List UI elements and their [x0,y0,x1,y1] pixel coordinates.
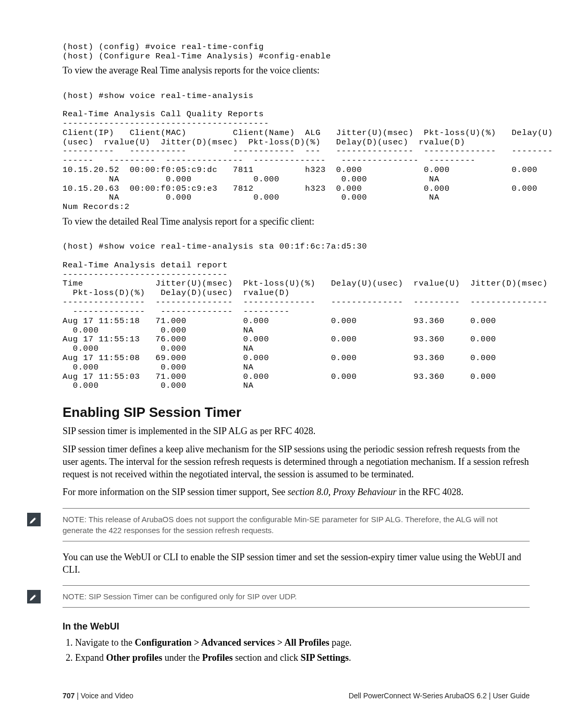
cli-line: 0.000 0.000 NA [63,381,253,390]
cli-line: -------------- -------------- --------- [63,307,290,316]
cli-line: Pkt-loss(D)(%) Delay(D)(usec) rvalue(D) [63,288,290,298]
cli-line: (host) #show voice real-time-analysis st… [63,242,367,251]
steps-list: Navigate to the Configuration > Advanced… [63,635,530,665]
page: (host) (config) #voice real-time-config … [0,0,563,728]
cli-line: Num Records:2 [63,202,130,212]
list-item: Navigate to the Configuration > Advanced… [75,635,530,650]
cli-line: Aug 17 11:55:08 69.000 0.000 0.000 93.36… [63,353,496,363]
cli-line: ---------------------------------------- [63,119,269,128]
page-footer: 707 | Voice and Video Dell PowerConnect … [63,692,530,700]
body-text: For more information on the SIP session … [63,486,530,498]
cli-block-3: (host) #show voice real-time-analysis st… [63,233,530,391]
guide-label: User Guide [493,692,530,700]
text-run: in the RFC 4028. [397,487,464,497]
body-text: To view the average Real Time analysis r… [63,64,530,77]
cli-line: (host) (config) #voice real-time-config [63,42,264,52]
note-text: NOTE: This release of ArubaOS does not s… [63,515,498,535]
bold-text: Configuration > Advanced services > All … [134,637,329,648]
text-run: page. [329,637,352,648]
bold-text: Profiles [202,652,233,663]
cli-line: Aug 17 11:55:18 71.000 0.000 0.000 93.36… [63,316,496,326]
cli-line: ------ --------- --------------- -------… [63,156,475,165]
note-pencil-icon [27,513,41,526]
cli-line: -------------------------------- [63,270,228,279]
cli-line: 0.000 0.000 NA [63,363,253,372]
note-text: NOTE: SIP Session Timer can be configure… [63,592,297,601]
cli-line: ---------------- --------------- -------… [63,298,548,307]
page-number: 707 [63,692,75,700]
cli-line: 0.000 0.000 NA [63,326,253,335]
text-run: . [349,652,351,663]
cli-line: 0.000 0.000 NA [63,344,253,353]
text-run: section and click [232,652,300,663]
bold-text: SIP Settings [300,652,349,663]
body-text: You can use the WebUI or CLI to enable t… [63,551,530,576]
bold-text: Other profiles [106,652,162,663]
list-item: Expand Other profiles under the Profiles… [75,650,530,665]
footer-left: 707 | Voice and Video [63,692,133,700]
cli-line: ---------- ----------- ------------ --- … [63,146,553,156]
cli-line: Aug 17 11:55:13 76.000 0.000 0.000 93.36… [63,335,496,344]
cli-line: Aug 17 11:55:03 71.000 0.000 0.000 93.36… [63,372,496,381]
cli-block-1: (host) (config) #voice real-time-config … [63,33,530,61]
cli-line: 10.15.20.63 00:00:f0:05:c9:e3 7812 h323 … [63,184,537,193]
cli-line: (usec) rvalue(U) Jitter(D)(msec) Pkt-los… [63,138,465,147]
cli-line: Time Jitter(U)(msec) Pkt-loss(U)(%) Dela… [63,279,548,288]
text-run: | [75,692,80,700]
body-text: To view the detailed Real Time analysis … [63,215,530,228]
cli-line: (host) (Configure Real-Time Analysis) #c… [63,52,331,61]
note-pencil-icon [27,590,41,603]
cli-line: Real-Time Analysis detail report [63,261,228,270]
note-block: NOTE: SIP Session Timer can be configure… [63,585,530,608]
footer-right: Dell PowerConnect W-Series ArubaOS 6.2 |… [349,692,530,700]
text-run: For more information on the SIP session … [63,487,288,497]
cli-line: (host) #show voice real-time-analysis [63,91,253,101]
cli-block-2: (host) #show voice real-time-analysis Re… [63,82,530,212]
italic-text: section 8.0, Proxy Behaviour [288,487,397,497]
product-name: Dell PowerConnect W-Series ArubaOS 6.2 [349,692,489,700]
body-text: SIP session timer is implemented in the … [63,425,530,437]
cli-line: NA 0.000 0.000 0.000 NA [63,175,439,184]
section-heading: Enabling SIP Session Timer [63,404,530,421]
text-run: under the [162,652,202,663]
cli-line: Real-Time Analysis Call Quality Reports [63,109,264,119]
subsection-heading: In the WebUI [63,621,530,632]
chapter-name: Voice and Video [81,692,133,700]
cli-line: 10.15.20.52 00:00:f0:05:c9:dc 7811 h323 … [63,165,537,175]
text-run: Navigate to the [75,637,134,648]
text-run: Expand [75,652,106,663]
note-block: NOTE: This release of ArubaOS does not s… [63,508,530,541]
cli-line: Client(IP) Client(MAC) Client(Name) ALG … [63,128,553,138]
body-text: SIP session timer defines a keep alive m… [63,443,530,481]
cli-line: NA 0.000 0.000 0.000 NA [63,193,439,202]
